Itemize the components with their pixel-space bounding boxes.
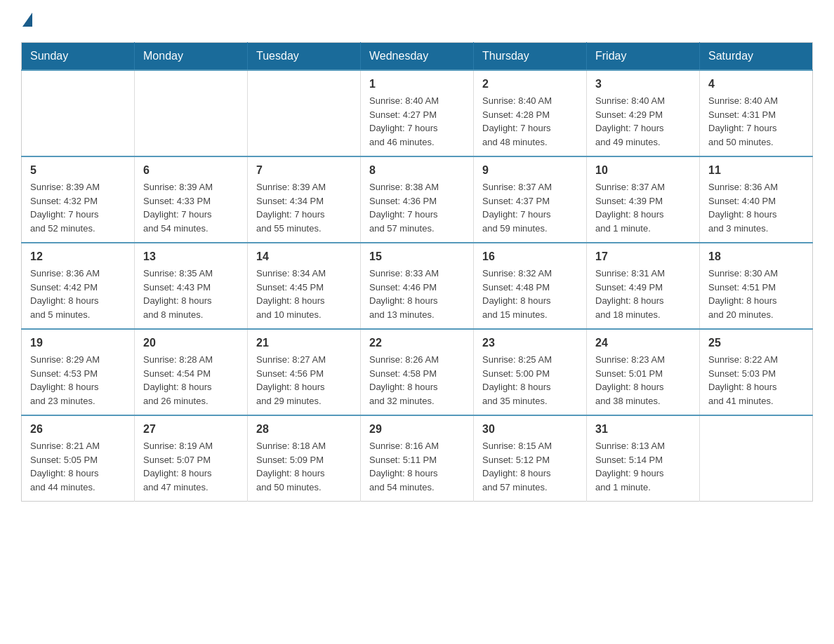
day-info: Sunrise: 8:25 AMSunset: 5:00 PMDaylight:… bbox=[482, 353, 578, 408]
day-info: Sunrise: 8:33 AMSunset: 4:46 PMDaylight:… bbox=[369, 267, 465, 321]
day-info: Sunrise: 8:37 AMSunset: 4:37 PMDaylight:… bbox=[482, 180, 578, 235]
day-number: 20 bbox=[143, 337, 239, 349]
day-number: 23 bbox=[482, 337, 578, 349]
calendar-cell: 12Sunrise: 8:36 AMSunset: 4:42 PMDayligh… bbox=[22, 243, 135, 329]
day-number: 4 bbox=[708, 78, 804, 90]
calendar-cell: 6Sunrise: 8:39 AMSunset: 4:33 PMDaylight… bbox=[135, 156, 248, 243]
day-info: Sunrise: 8:32 AMSunset: 4:48 PMDaylight:… bbox=[482, 267, 578, 321]
calendar-cell: 20Sunrise: 8:28 AMSunset: 4:54 PMDayligh… bbox=[135, 329, 248, 415]
week-row-2: 5Sunrise: 8:39 AMSunset: 4:32 PMDaylight… bbox=[22, 156, 813, 243]
day-info: Sunrise: 8:34 AMSunset: 4:45 PMDaylight:… bbox=[256, 267, 352, 321]
day-header-monday: Monday bbox=[135, 43, 248, 71]
calendar-cell: 1Sunrise: 8:40 AMSunset: 4:27 PMDaylight… bbox=[361, 70, 474, 156]
day-number: 28 bbox=[256, 423, 352, 436]
day-number: 13 bbox=[143, 250, 239, 263]
day-number: 24 bbox=[595, 337, 691, 349]
day-info: Sunrise: 8:29 AMSunset: 4:53 PMDaylight:… bbox=[30, 353, 126, 408]
calendar-header: SundayMondayTuesdayWednesdayThursdayFrid… bbox=[22, 43, 813, 71]
calendar-cell: 19Sunrise: 8:29 AMSunset: 4:53 PMDayligh… bbox=[22, 329, 135, 415]
day-number: 29 bbox=[369, 423, 465, 436]
calendar-cell: 29Sunrise: 8:16 AMSunset: 5:11 PMDayligh… bbox=[361, 415, 474, 502]
day-header-wednesday: Wednesday bbox=[361, 43, 474, 71]
calendar-cell: 21Sunrise: 8:27 AMSunset: 4:56 PMDayligh… bbox=[248, 329, 361, 415]
day-info: Sunrise: 8:19 AMSunset: 5:07 PMDaylight:… bbox=[143, 439, 239, 494]
day-info: Sunrise: 8:31 AMSunset: 4:49 PMDaylight:… bbox=[595, 267, 691, 321]
calendar-cell: 31Sunrise: 8:13 AMSunset: 5:14 PMDayligh… bbox=[587, 415, 700, 502]
days-of-week-row: SundayMondayTuesdayWednesdayThursdayFrid… bbox=[22, 43, 813, 71]
calendar-cell bbox=[22, 70, 135, 156]
day-number: 27 bbox=[143, 423, 239, 436]
day-number: 1 bbox=[369, 78, 465, 90]
day-number: 7 bbox=[256, 164, 352, 177]
calendar-cell: 2Sunrise: 8:40 AMSunset: 4:28 PMDaylight… bbox=[474, 70, 587, 156]
day-info: Sunrise: 8:39 AMSunset: 4:32 PMDaylight:… bbox=[30, 180, 126, 235]
calendar-cell bbox=[700, 415, 813, 502]
calendar-cell: 17Sunrise: 8:31 AMSunset: 4:49 PMDayligh… bbox=[587, 243, 700, 329]
calendar-cell: 18Sunrise: 8:30 AMSunset: 4:51 PMDayligh… bbox=[700, 243, 813, 329]
day-info: Sunrise: 8:13 AMSunset: 5:14 PMDaylight:… bbox=[595, 439, 691, 494]
day-info: Sunrise: 8:22 AMSunset: 5:03 PMDaylight:… bbox=[708, 353, 804, 408]
day-number: 26 bbox=[30, 423, 126, 436]
calendar-cell: 13Sunrise: 8:35 AMSunset: 4:43 PMDayligh… bbox=[135, 243, 248, 329]
calendar-cell: 14Sunrise: 8:34 AMSunset: 4:45 PMDayligh… bbox=[248, 243, 361, 329]
calendar-cell: 11Sunrise: 8:36 AMSunset: 4:40 PMDayligh… bbox=[700, 156, 813, 243]
day-info: Sunrise: 8:28 AMSunset: 4:54 PMDaylight:… bbox=[143, 353, 239, 408]
logo bbox=[21, 14, 34, 28]
day-number: 30 bbox=[482, 423, 578, 436]
day-info: Sunrise: 8:37 AMSunset: 4:39 PMDaylight:… bbox=[595, 180, 691, 235]
calendar-cell: 26Sunrise: 8:21 AMSunset: 5:05 PMDayligh… bbox=[22, 415, 135, 502]
calendar-cell: 27Sunrise: 8:19 AMSunset: 5:07 PMDayligh… bbox=[135, 415, 248, 502]
day-info: Sunrise: 8:30 AMSunset: 4:51 PMDaylight:… bbox=[708, 267, 804, 321]
day-info: Sunrise: 8:21 AMSunset: 5:05 PMDaylight:… bbox=[30, 439, 126, 494]
day-info: Sunrise: 8:23 AMSunset: 5:01 PMDaylight:… bbox=[595, 353, 691, 408]
day-header-saturday: Saturday bbox=[700, 43, 813, 71]
day-number: 6 bbox=[143, 164, 239, 177]
calendar-cell: 23Sunrise: 8:25 AMSunset: 5:00 PMDayligh… bbox=[474, 329, 587, 415]
calendar-cell: 10Sunrise: 8:37 AMSunset: 4:39 PMDayligh… bbox=[587, 156, 700, 243]
day-header-friday: Friday bbox=[587, 43, 700, 71]
day-number: 22 bbox=[369, 337, 465, 349]
week-row-5: 26Sunrise: 8:21 AMSunset: 5:05 PMDayligh… bbox=[22, 415, 813, 502]
day-info: Sunrise: 8:27 AMSunset: 4:56 PMDaylight:… bbox=[256, 353, 352, 408]
day-number: 5 bbox=[30, 164, 126, 177]
calendar-cell: 5Sunrise: 8:39 AMSunset: 4:32 PMDaylight… bbox=[22, 156, 135, 243]
day-info: Sunrise: 8:26 AMSunset: 4:58 PMDaylight:… bbox=[369, 353, 465, 408]
day-number: 10 bbox=[595, 164, 691, 177]
day-number: 16 bbox=[482, 250, 578, 263]
day-number: 12 bbox=[30, 250, 126, 263]
calendar-cell: 3Sunrise: 8:40 AMSunset: 4:29 PMDaylight… bbox=[587, 70, 700, 156]
calendar-cell: 4Sunrise: 8:40 AMSunset: 4:31 PMDaylight… bbox=[700, 70, 813, 156]
calendar-body: 1Sunrise: 8:40 AMSunset: 4:27 PMDaylight… bbox=[22, 70, 813, 502]
day-number: 14 bbox=[256, 250, 352, 263]
week-row-1: 1Sunrise: 8:40 AMSunset: 4:27 PMDaylight… bbox=[22, 70, 813, 156]
day-header-tuesday: Tuesday bbox=[248, 43, 361, 71]
day-number: 25 bbox=[708, 337, 804, 349]
day-info: Sunrise: 8:36 AMSunset: 4:40 PMDaylight:… bbox=[708, 180, 804, 235]
day-number: 11 bbox=[708, 164, 804, 177]
calendar-cell: 16Sunrise: 8:32 AMSunset: 4:48 PMDayligh… bbox=[474, 243, 587, 329]
day-number: 15 bbox=[369, 250, 465, 263]
day-number: 19 bbox=[30, 337, 126, 349]
calendar-cell bbox=[135, 70, 248, 156]
day-info: Sunrise: 8:36 AMSunset: 4:42 PMDaylight:… bbox=[30, 267, 126, 321]
calendar-cell: 28Sunrise: 8:18 AMSunset: 5:09 PMDayligh… bbox=[248, 415, 361, 502]
day-info: Sunrise: 8:18 AMSunset: 5:09 PMDaylight:… bbox=[256, 439, 352, 494]
calendar-cell: 30Sunrise: 8:15 AMSunset: 5:12 PMDayligh… bbox=[474, 415, 587, 502]
calendar-cell: 7Sunrise: 8:39 AMSunset: 4:34 PMDaylight… bbox=[248, 156, 361, 243]
calendar-cell bbox=[248, 70, 361, 156]
day-number: 31 bbox=[595, 423, 691, 436]
day-number: 21 bbox=[256, 337, 352, 349]
day-number: 8 bbox=[369, 164, 465, 177]
day-info: Sunrise: 8:40 AMSunset: 4:29 PMDaylight:… bbox=[595, 94, 691, 149]
day-number: 2 bbox=[482, 78, 578, 90]
logo-triangle-icon bbox=[22, 13, 32, 27]
day-info: Sunrise: 8:38 AMSunset: 4:36 PMDaylight:… bbox=[369, 180, 465, 235]
day-number: 17 bbox=[595, 250, 691, 263]
day-info: Sunrise: 8:39 AMSunset: 4:33 PMDaylight:… bbox=[143, 180, 239, 235]
day-info: Sunrise: 8:16 AMSunset: 5:11 PMDaylight:… bbox=[369, 439, 465, 494]
calendar-cell: 24Sunrise: 8:23 AMSunset: 5:01 PMDayligh… bbox=[587, 329, 700, 415]
day-header-sunday: Sunday bbox=[22, 43, 135, 71]
day-number: 18 bbox=[708, 250, 804, 263]
day-info: Sunrise: 8:39 AMSunset: 4:34 PMDaylight:… bbox=[256, 180, 352, 235]
day-number: 9 bbox=[482, 164, 578, 177]
